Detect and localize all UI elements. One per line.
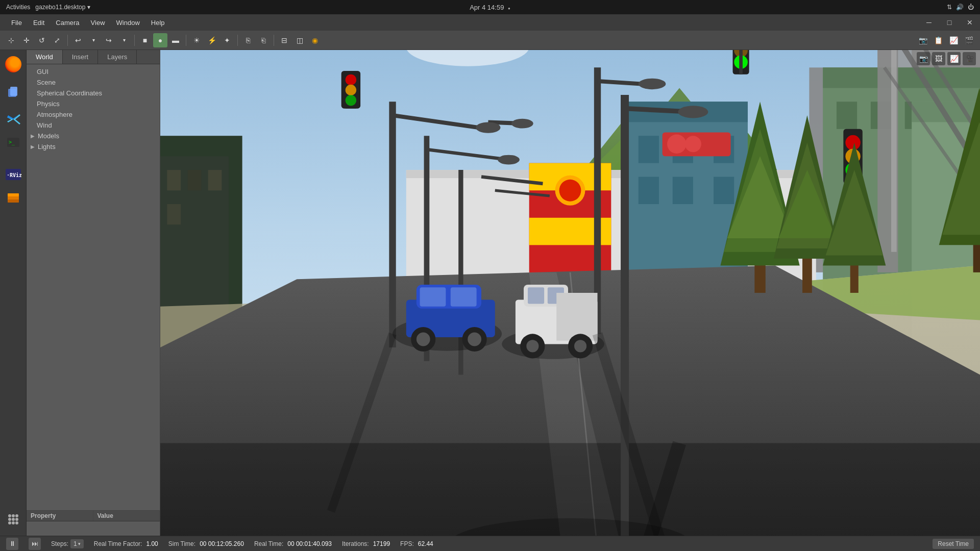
svg-point-99 [346, 85, 356, 95]
sphere-tool[interactable]: ● [153, 33, 167, 47]
menu-file[interactable]: File [6, 17, 27, 29]
select-tool[interactable]: ⊹ [4, 33, 18, 47]
menu-camera[interactable]: Camera [51, 17, 84, 29]
pause-button[interactable]: ⏸ [6, 538, 18, 550]
real-time-value: 00 00:01:40.093 [287, 540, 332, 547]
cylinder-tool[interactable]: ▬ [168, 33, 183, 47]
apps-icon-btn[interactable] [3, 509, 23, 530]
spot-light-tool[interactable]: ⚡ [205, 33, 219, 47]
minimize-button[interactable]: ─ [919, 14, 939, 31]
vp-record-icon[interactable]: 🎥 [963, 52, 976, 65]
svg-point-98 [346, 74, 356, 85]
undo-dropdown[interactable]: ▾ [86, 33, 101, 47]
terminal-icon-btn[interactable]: >_ [3, 133, 23, 153]
steps-label: Steps: [51, 540, 68, 547]
sim-time-value: 00 00:12:05.260 [200, 540, 244, 547]
magnet-btn[interactable]: ◉ [308, 33, 322, 47]
svg-point-113 [667, 135, 686, 154]
reset-time-container: Reset Time [933, 539, 974, 549]
steps-control: Steps: 1 ▾ [51, 539, 84, 548]
vp-camera-icon[interactable]: 📷 [917, 52, 930, 65]
box-tool[interactable]: ■ [138, 33, 152, 47]
menu-window[interactable]: Window [111, 17, 145, 29]
svg-point-131 [526, 340, 538, 352]
menu-help[interactable]: Help [146, 17, 170, 29]
system-bar: Activities gazebo11.desktop ▾ Apr 4 14:5… [0, 0, 980, 14]
network-icon: ⇅ [947, 4, 952, 11]
scale-tool[interactable]: ⤢ [50, 33, 64, 47]
undo-btn[interactable]: ↩ [71, 33, 85, 47]
paste-btn[interactable]: ⎗ [256, 33, 271, 47]
datetime: Apr 4 14:59 [470, 4, 504, 11]
translate-tool[interactable]: ✛ [19, 33, 34, 47]
close-button[interactable]: ✕ [960, 14, 980, 31]
tree-item-lights[interactable]: ▶ Lights [27, 141, 160, 152]
plot-btn[interactable]: 📈 [946, 33, 961, 47]
fps-label: FPS: [400, 540, 414, 547]
tab-insert[interactable]: Insert [63, 50, 99, 64]
layers-icon-btn[interactable] [3, 188, 23, 208]
svg-point-16 [8, 518, 11, 521]
svg-point-21 [15, 521, 18, 524]
step-forward-button[interactable]: ⏭ [29, 538, 41, 550]
light-tool[interactable]: ☀ [189, 33, 204, 47]
steps-value: 1 [74, 540, 77, 547]
tree-item-gui[interactable]: GUI [27, 66, 160, 77]
svg-point-83 [511, 119, 533, 129]
content-area: >_ ·RViz [0, 50, 980, 536]
svg-rect-12 [8, 199, 19, 203]
redo-dropdown[interactable]: ▾ [117, 33, 131, 47]
app-container: ⊹ ✛ ↺ ⤢ ↩ ▾ ↪ ▾ ■ ● ▬ ☀ ⚡ ✦ ⎘ ⎗ ⊟ ◫ ◉ 📷 … [0, 31, 980, 551]
steps-dropdown-icon[interactable]: ▾ [78, 541, 81, 546]
tree-item-physics[interactable]: Physics [27, 98, 160, 109]
property-header: Property Value [27, 511, 160, 521]
dir-light-tool[interactable]: ✦ [220, 33, 234, 47]
activities-button[interactable]: Activities [6, 4, 30, 11]
separator-3 [186, 35, 186, 46]
iterations: Iterations: 17199 [342, 540, 390, 547]
3d-viewport[interactable]: 📷 🖼 📈 🎥 [160, 50, 980, 536]
menu-edit[interactable]: Edit [28, 17, 50, 29]
rotate-tool[interactable]: ↺ [35, 33, 49, 47]
tree-item-atmosphere[interactable]: Atmosphere [27, 109, 160, 120]
tab-layers[interactable]: Layers [98, 50, 137, 64]
separator-1 [67, 35, 68, 46]
tree-item-scene[interactable]: Scene [27, 77, 160, 88]
maximize-button[interactable]: □ [939, 14, 960, 31]
tree-item-spherical[interactable]: Spherical Coordinates [27, 88, 160, 98]
steps-value-control[interactable]: 1 ▾ [70, 539, 84, 548]
realtime-factor: Real Time Factor: 1.00 [94, 540, 158, 547]
screenshot-btn[interactable]: 📷 [916, 33, 930, 47]
fps: FPS: 62.44 [400, 540, 433, 547]
align-btn[interactable]: ⊟ [277, 33, 291, 47]
redo-btn[interactable]: ↪ [102, 33, 116, 47]
tree-label-wind: Wind [37, 121, 52, 129]
svg-rect-56 [639, 177, 659, 204]
files-icon-btn[interactable] [3, 82, 23, 102]
log-btn[interactable]: 📋 [931, 33, 945, 47]
tree-item-wind[interactable]: Wind [27, 120, 160, 131]
panel-tabs: World Insert Layers [27, 50, 160, 64]
firefox-icon-btn[interactable] [3, 54, 23, 74]
sim-time: Sim Time: 00 00:12:05.260 [168, 540, 244, 547]
svg-point-123 [468, 333, 481, 346]
vscode-icon-btn[interactable] [3, 109, 23, 130]
copy-btn[interactable]: ⎘ [241, 33, 255, 47]
separator-5 [274, 35, 274, 46]
svg-point-15 [15, 514, 18, 517]
svg-rect-58 [714, 177, 734, 204]
menu-view[interactable]: View [86, 17, 110, 29]
separator-4 [237, 35, 238, 46]
vp-chart-icon[interactable]: 📈 [947, 52, 961, 65]
window-controls: ─ □ ✕ [919, 14, 980, 31]
tree-label-physics: Physics [37, 100, 60, 108]
reset-time-button[interactable]: Reset Time [933, 539, 974, 549]
snap-btn[interactable]: ◫ [292, 33, 307, 47]
tree-item-models[interactable]: ▶ Models [27, 131, 160, 141]
rviz-icon-btn[interactable]: ·RViz [3, 164, 23, 185]
app-instance[interactable]: gazebo11.desktop ▾ [35, 4, 90, 11]
vp-screenshot-icon[interactable]: 🖼 [932, 52, 945, 65]
tab-world[interactable]: World [27, 50, 63, 64]
tree-label-atmosphere: Atmosphere [37, 111, 72, 118]
video-btn[interactable]: 🎬 [962, 33, 976, 47]
